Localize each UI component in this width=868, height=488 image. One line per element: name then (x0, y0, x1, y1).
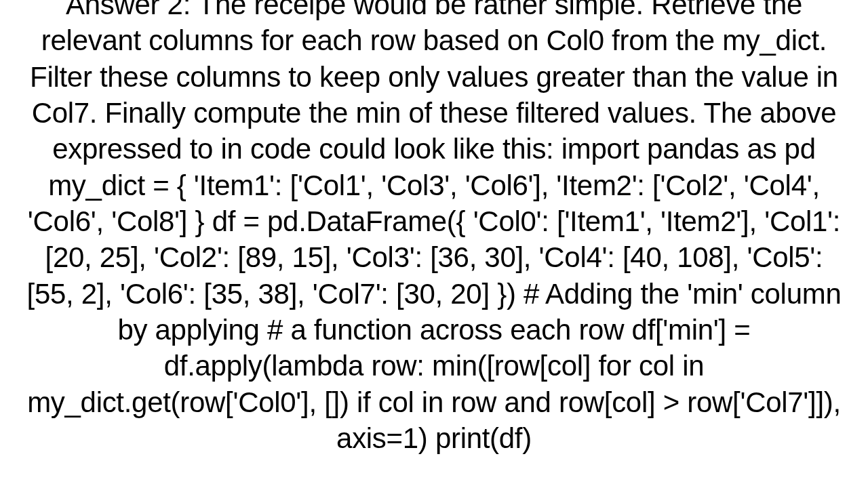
answer-text: Answer 2: The receipe would be rather si… (20, 0, 848, 456)
document-content: Answer 2: The receipe would be rather si… (0, 0, 868, 488)
